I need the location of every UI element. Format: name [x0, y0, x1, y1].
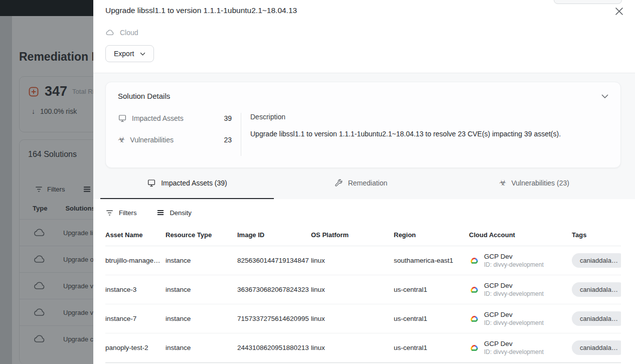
gcp-logo-icon	[469, 256, 479, 265]
biohazard-icon: ☣	[499, 179, 506, 187]
tab-label: Vulnerabilities (23)	[511, 179, 569, 187]
cloud-account-name: GCP Dev	[484, 340, 544, 347]
gcp-logo-icon	[469, 314, 479, 323]
resource-type: instance	[166, 315, 237, 322]
resource-type: instance	[166, 344, 237, 351]
filters-button[interactable]: Filters	[119, 209, 136, 217]
vulnerabilities-stat: ☣ Vulnerabilities 23	[118, 134, 232, 145]
tab-label: Remediation	[348, 179, 388, 187]
density-icon	[156, 209, 165, 217]
col-asset-name: Asset Name	[105, 231, 166, 239]
tag-pill[interactable]: caniaddala…	[572, 340, 621, 355]
tag-pill[interactable]: caniaddala…	[572, 282, 621, 297]
region: us-central1	[394, 344, 469, 351]
impacted-assets-stat: Impacted Assets 39	[118, 113, 232, 124]
asset-name: panoply-test-2	[105, 344, 166, 351]
os-platform: linux	[311, 315, 394, 322]
cloud-account-id: ID: divvy-development	[484, 348, 544, 355]
image-id: 8256360144719134847	[237, 257, 311, 264]
image-id: 2443108620951880213	[237, 344, 311, 351]
asset-name: instance-3	[105, 286, 166, 293]
density-button[interactable]: Density	[170, 209, 191, 217]
table-row[interactable]: panoply-test-2 instance 2443108620951880…	[105, 333, 621, 362]
modal-title: Upgrade libssl1.1 to version 1.1.1-1ubun…	[105, 6, 623, 15]
os-platform: linux	[311, 344, 394, 351]
table-row[interactable]: btrujillo-manage… instance 8256360144719…	[105, 246, 621, 275]
tab-vulnerabilities[interactable]: ☣ Vulnerabilities (23)	[447, 168, 621, 199]
tag-pill[interactable]: caniaddala…	[572, 253, 621, 268]
table-row[interactable]: instance-3 instance 3636730682067824323 …	[105, 275, 621, 304]
solution-detail-modal: Upgrade libssl1.1 to version 1.1.1-1ubun…	[93, 0, 635, 364]
image-id: 7157337275614620995	[237, 315, 311, 322]
asset-name: instance-7	[105, 315, 166, 322]
table-row[interactable]: instance-7 instance 7157337275614620995 …	[105, 304, 621, 333]
modal-header: Upgrade libssl1.1 to version 1.1.1-1ubun…	[93, 0, 635, 73]
cloud-account-id: ID: divvy-development	[484, 319, 544, 326]
tab-label: Impacted Assets (39)	[161, 179, 227, 187]
col-image-id: Image ID	[237, 231, 311, 239]
region: us-central1	[394, 315, 469, 322]
gcp-logo-icon	[469, 285, 479, 294]
cutoff-action-button[interactable]	[554, 0, 622, 4]
tag-pill[interactable]: caniaddala…	[572, 311, 621, 326]
cloud-account-name: GCP Dev	[484, 253, 544, 260]
close-icon[interactable]	[613, 5, 625, 17]
asset-name: btrujillo-manage…	[105, 257, 166, 264]
tab-remediation[interactable]: Remediation	[274, 168, 447, 199]
tab-bar: Impacted Assets (39) Remediation ☣ Vulne…	[100, 168, 621, 199]
col-region: Region	[394, 231, 469, 239]
tab-impacted-assets[interactable]: Impacted Assets (39)	[100, 168, 274, 199]
solution-details-title: Solution Details	[118, 92, 170, 100]
chevron-down-icon	[140, 52, 145, 56]
export-button[interactable]: Export	[105, 45, 154, 62]
image-id: 3636730682067824323	[237, 286, 311, 293]
description-text: Upgrade libssl1.1 to version 1.1.1-1ubun…	[250, 129, 608, 139]
col-tags: Tags	[572, 231, 621, 239]
collapse-chevron-icon[interactable]	[601, 94, 608, 98]
export-label: Export	[114, 50, 134, 58]
biohazard-icon: ☣	[118, 136, 125, 144]
resource-type: instance	[166, 257, 237, 264]
solution-type-label: Cloud	[120, 29, 138, 37]
col-resource-type: Resource Type	[166, 231, 237, 239]
monitor-icon	[147, 178, 156, 188]
cloud-account-id: ID: divvy-development	[484, 290, 544, 297]
wrench-icon	[334, 178, 343, 188]
solution-details-card: Solution Details Impacted Assets 39 ☣	[105, 82, 621, 168]
cloud-account-name: GCP Dev	[484, 311, 544, 318]
table-header-row: Asset Name Resource Type Image ID OS Pla…	[105, 224, 621, 246]
region: southamerica-east1	[394, 257, 469, 264]
solution-stats: Impacted Assets 39 ☣ Vulnerabilities 23	[118, 113, 241, 156]
os-platform: linux	[311, 257, 394, 264]
col-os-platform: OS Platform	[311, 231, 394, 239]
resource-type: instance	[166, 286, 237, 293]
cloud-account-name: GCP Dev	[484, 282, 544, 289]
filter-funnel-icon	[105, 209, 114, 217]
col-cloud-account: Cloud Account	[469, 231, 572, 239]
region: us-central1	[394, 286, 469, 293]
description-label: Description	[250, 113, 608, 121]
monitor-icon	[118, 114, 127, 123]
os-platform: linux	[311, 286, 394, 293]
gcp-logo-icon	[469, 343, 479, 352]
impacted-assets-table-section: Filters Density Asset Name Resource Type…	[93, 199, 635, 364]
cloud-icon	[105, 29, 115, 37]
cloud-account-id: ID: divvy-development	[484, 261, 544, 268]
modal-body: Solution Details Impacted Assets 39 ☣	[93, 73, 635, 364]
